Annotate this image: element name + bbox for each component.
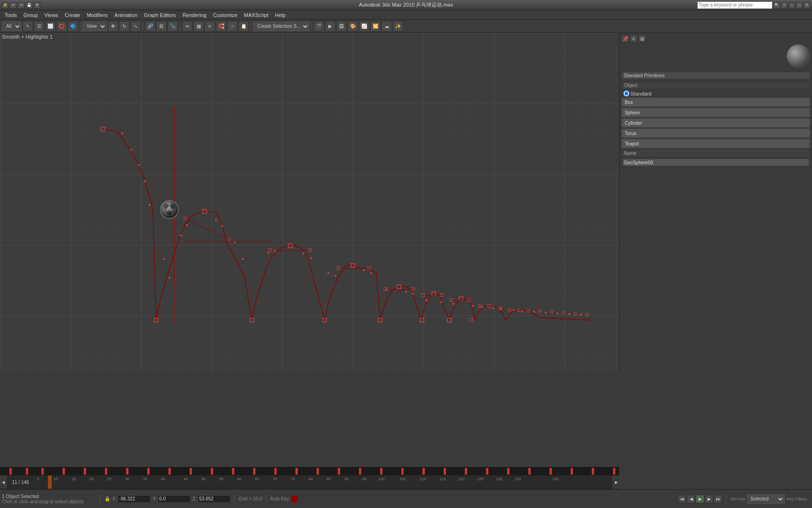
quick-access-dropdown[interactable]: ▼ <box>34 2 40 8</box>
lock-icon[interactable]: 🔒 <box>104 496 111 502</box>
svg-text:105: 105 <box>399 477 406 481</box>
fence-select-tool[interactable]: 🔷 <box>68 21 78 32</box>
bind-tool[interactable]: 📎 <box>167 21 178 32</box>
svg-rect-112 <box>549 468 552 475</box>
radio-standard[interactable] <box>623 90 629 97</box>
toolbar-sep-1 <box>80 22 80 31</box>
selected-dropdown[interactable]: Selected <box>747 494 785 504</box>
rotate-tool[interactable]: ↻ <box>119 21 129 32</box>
select-name-tool[interactable]: ☰ <box>34 21 44 32</box>
primitive-sphere-btn[interactable]: Sphere <box>621 108 810 117</box>
schematic-view[interactable]: 🔀 <box>370 21 381 32</box>
align-tool[interactable]: ≡ <box>205 21 215 32</box>
object-selected-status: 1 Object Selected <box>2 494 96 499</box>
svg-point-65 <box>363 269 365 271</box>
minimize-btn[interactable]: ─ <box>788 2 795 8</box>
create-selection-dropdown[interactable]: Create Selection S... <box>253 22 310 31</box>
svg-rect-108 <box>465 468 467 475</box>
svg-point-73 <box>472 305 474 307</box>
select-tool[interactable]: ↖ <box>23 21 33 32</box>
menu-rendering[interactable]: Rendering <box>180 10 209 19</box>
toolbar-sep-5 <box>311 22 312 31</box>
close-btn[interactable]: ✕ <box>804 2 810 8</box>
svg-rect-87 <box>26 468 28 475</box>
circle-select-tool[interactable]: ⭕ <box>56 21 67 32</box>
svg-rect-102 <box>338 468 340 475</box>
scale-tool[interactable]: ⤡ <box>130 21 141 32</box>
named-sel-tool[interactable]: ☆ <box>227 21 238 32</box>
svg-rect-111 <box>528 468 531 475</box>
menu-create[interactable]: Create <box>62 10 83 19</box>
coord-z-value[interactable]: 53.652 <box>198 495 231 503</box>
add-time-tag-label: Auto Key <box>270 496 289 501</box>
timeline-scroll-right[interactable]: ▶ <box>613 476 619 489</box>
quick-access-1[interactable]: ↩ <box>10 2 16 8</box>
object-name-input[interactable] <box>622 159 809 166</box>
svg-point-77 <box>513 309 515 311</box>
svg-point-56 <box>221 225 223 227</box>
panel-pin-icon[interactable]: 📌 <box>621 35 629 42</box>
menu-maxscript[interactable]: MAXScript <box>241 10 271 19</box>
primitive-teapot-btn[interactable]: Teapot <box>621 139 810 148</box>
svg-point-68 <box>405 291 407 293</box>
primitive-cylinder-btn[interactable]: Cylinder <box>621 118 810 128</box>
render-frame[interactable]: 🖼 <box>336 21 347 32</box>
array-tool[interactable]: ▦ <box>193 21 204 32</box>
menu-modifiers[interactable]: Modifiers <box>84 10 111 19</box>
ball-object[interactable] <box>160 200 179 219</box>
move-tool[interactable]: ✥ <box>108 21 118 32</box>
quick-access-2[interactable]: ↪ <box>18 2 24 8</box>
panel-list-icon[interactable]: ≡ <box>630 35 637 42</box>
layer-tool[interactable]: 📋 <box>239 21 249 32</box>
render-setup[interactable]: 🎬 <box>314 21 324 32</box>
panel-grid-icon[interactable]: ⊞ <box>638 35 646 42</box>
title-bar: ⚡ ↩ ↪ 💾 ▼ Autodesk 3ds Max 2010 乒乓球运动.ma… <box>0 0 812 10</box>
next-frame-btn[interactable]: ▶ <box>705 495 713 503</box>
coord-x: X: -96.322 <box>112 495 151 503</box>
menu-tools[interactable]: Tools <box>2 10 20 19</box>
app-icon[interactable]: ⚡ <box>2 2 8 8</box>
render-btn[interactable]: ▶ <box>325 21 335 32</box>
environment[interactable]: ☁ <box>382 21 392 32</box>
svg-rect-100 <box>295 468 298 475</box>
rect-select-tool[interactable]: ⬜ <box>45 21 56 32</box>
timeline-inner[interactable]: 5 10 15 20 25 30 35 40 45 50 55 60 65 70… <box>35 476 613 489</box>
play-btn[interactable]: ▶ <box>696 495 704 503</box>
prev-frame-btn[interactable]: ◀ <box>687 495 695 503</box>
svg-rect-11 <box>309 249 311 251</box>
menu-group[interactable]: Group <box>21 10 41 19</box>
auto-key-indicator[interactable] <box>291 496 298 502</box>
snap-tool[interactable]: 🧲 <box>216 21 226 32</box>
menu-graph-editors[interactable]: Graph Editors <box>141 10 179 19</box>
coord-x-value[interactable]: -96.322 <box>118 495 151 503</box>
mirror-tool[interactable]: ⇔ <box>182 21 192 32</box>
menu-views[interactable]: Views <box>41 10 61 19</box>
menu-customize[interactable]: Customize <box>210 10 240 19</box>
main-viewport[interactable] <box>0 33 619 372</box>
timeline-scroll-left[interactable]: ◀ <box>0 476 7 489</box>
search-input[interactable] <box>697 1 772 9</box>
curve-editor[interactable]: 📈 <box>359 21 369 32</box>
svg-text:55: 55 <box>219 477 223 481</box>
go-end-btn[interactable]: ⏭ <box>714 495 722 503</box>
go-start-btn[interactable]: ⏮ <box>678 495 686 503</box>
view-dropdown[interactable]: View <box>82 22 107 31</box>
select-filter-dropdown[interactable]: All <box>2 22 22 31</box>
link-tool[interactable]: 🔗 <box>145 21 155 32</box>
menu-animation[interactable]: Animation <box>111 10 140 19</box>
primitive-box-btn[interactable]: Box <box>621 97 810 107</box>
unlink-tool[interactable]: ⛓ <box>156 21 167 32</box>
restore-btn[interactable]: □ <box>796 2 803 8</box>
effects[interactable]: ✨ <box>393 21 403 32</box>
svg-rect-91 <box>105 468 107 475</box>
coord-y-value[interactable]: 0.0 <box>158 495 191 503</box>
help-btn[interactable]: ? <box>781 2 788 8</box>
menu-help[interactable]: Help <box>272 10 289 19</box>
material-editor[interactable]: 🎨 <box>348 21 358 32</box>
playback-controls: ⏮ ◀ ▶ ▶ ⏭ <box>678 495 722 503</box>
svg-point-49 <box>144 180 146 182</box>
quick-access-3[interactable]: 💾 <box>26 2 32 8</box>
search-btn[interactable]: 🔍 <box>773 2 780 8</box>
svg-rect-114 <box>592 468 594 475</box>
primitive-torus-btn[interactable]: Torus <box>621 129 810 138</box>
